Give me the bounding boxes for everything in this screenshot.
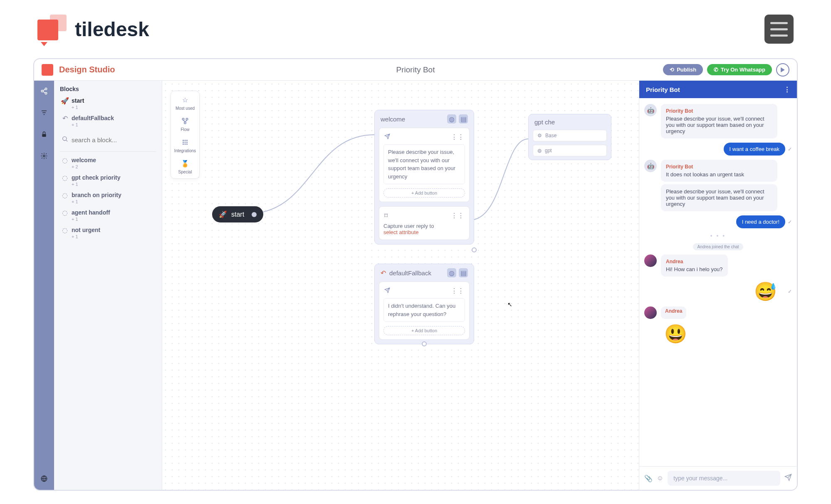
node-gpt-title: gpt che — [534, 119, 555, 126]
brand-logo — [37, 15, 67, 44]
svg-rect-3 — [42, 134, 46, 137]
output-port[interactable] — [252, 212, 257, 217]
block-item-branch-on-priority[interactable]: ◌branch on priority + 1 — [60, 189, 156, 207]
add-button[interactable]: + Add button — [383, 188, 465, 198]
bot-avatar: 🤖 — [644, 104, 657, 116]
block-item-default-fallback[interactable]: ↶defaultFallback + 1 — [60, 112, 156, 130]
refresh-icon: ⟲ — [670, 67, 674, 73]
globe-icon[interactable]: ◍ — [447, 268, 456, 277]
svg-point-12 — [186, 140, 188, 141]
whatsapp-icon: ✆ — [714, 67, 718, 73]
tool-special[interactable]: 🏅 Special — [178, 159, 192, 174]
svg-point-7 — [182, 118, 184, 120]
chat-text-input[interactable]: type your message... — [668, 471, 780, 486]
node-welcome-title: welcome — [381, 116, 405, 123]
brand: tiledesk — [37, 15, 149, 44]
studio-title: Design Studio — [59, 65, 115, 74]
output-port[interactable] — [472, 247, 477, 252]
doc-icon[interactable]: ▤ — [459, 114, 468, 124]
share-icon[interactable] — [39, 86, 49, 96]
node-start[interactable]: 🚀 start — [212, 206, 263, 222]
svg-point-15 — [186, 142, 188, 143]
typing-dots: • • • — [710, 232, 726, 239]
node-welcome[interactable]: welcome ◍ ▤ ⋮⋮ Please describe your issu… — [374, 110, 474, 245]
tool-most-used[interactable]: ☆ Most used — [176, 95, 195, 111]
cursor-pointer: ↖ — [507, 301, 512, 308]
block-item-start[interactable]: 🚀start + 1 — [60, 95, 156, 112]
user-message: I need a doctor! — [736, 215, 785, 228]
lock-icon[interactable] — [39, 129, 49, 140]
medal-icon: 🏅 — [181, 159, 190, 168]
star-icon: ☆ — [181, 95, 190, 104]
attachment-icon[interactable]: 📎 — [644, 474, 653, 482]
svg-point-18 — [186, 143, 188, 145]
studio-logo-small — [42, 64, 53, 76]
block-search[interactable] — [60, 132, 156, 147]
side-rail — [34, 81, 54, 490]
block-item-agent-handoff[interactable]: ◌agent handoff + 1 — [60, 207, 156, 224]
send-icon — [384, 133, 390, 141]
globe-small-icon: ◌ — [62, 227, 68, 233]
whatsapp-label: Try On Whatsapp — [721, 67, 765, 73]
bot-message: Please describe your issue, we'll connec… — [661, 184, 777, 211]
node-default-fallback[interactable]: ↶ defaultFallback ◍ ▤ ⋮⋮ I didn't unders… — [374, 264, 474, 344]
brand-bar: tiledesk — [0, 0, 831, 58]
blocks-title: Blocks — [60, 86, 156, 92]
brand-name: tiledesk — [75, 18, 149, 41]
try-whatsapp-button[interactable]: ✆ Try On Whatsapp — [707, 64, 772, 75]
node-welcome-message: Please describe your issue, we'll connec… — [383, 144, 465, 184]
hamburger-menu[interactable] — [764, 15, 794, 44]
bot-name: Priority Bot — [396, 65, 435, 74]
bot-message: Priority Bot Please describe your issue,… — [661, 104, 777, 138]
tool-integrations[interactable]: Integrations — [174, 138, 196, 153]
chip-icon: ◍ — [537, 148, 542, 153]
publish-button[interactable]: ⟲ Publish — [663, 64, 703, 75]
studio-frame: Design Studio Priority Bot ⟲ Publish ✆ T… — [33, 58, 798, 491]
system-message: Andrea joined the chat — [693, 243, 743, 250]
globe-small-icon: ◌ — [62, 157, 68, 163]
svg-point-16 — [183, 143, 184, 145]
block-search-input[interactable] — [72, 136, 154, 143]
svg-point-4 — [43, 155, 45, 157]
agent-avatar — [644, 306, 657, 319]
chat-panel: Priority Bot ⋮ 🤖 Priority Bot Please des… — [639, 81, 797, 490]
agent-avatar — [644, 254, 657, 267]
drag-icon[interactable]: ⋮⋮ — [451, 287, 464, 295]
add-button[interactable]: + Add button — [383, 326, 465, 335]
chat-header: Priority Bot ⋮ — [639, 81, 797, 98]
doc-icon[interactable]: ▤ — [459, 268, 468, 277]
globe-icon[interactable] — [39, 473, 49, 484]
chat-title: Priority Bot — [646, 86, 680, 93]
play-button[interactable] — [776, 63, 789, 77]
rocket-icon: 🚀 — [62, 97, 68, 104]
grid-icon — [181, 138, 190, 147]
blocks-panel: Blocks 🚀start + 1 ↶defaultFallback + 1 ◌… — [54, 81, 162, 490]
send-icon[interactable] — [784, 474, 792, 483]
send-icon — [384, 287, 390, 295]
drag-icon[interactable]: ⋮⋮ — [451, 212, 464, 220]
emoji-icon[interactable]: ☺ — [657, 474, 663, 482]
output-port[interactable] — [422, 341, 427, 346]
gear-icon[interactable] — [39, 151, 49, 161]
emoji-reaction: 😃 — [644, 323, 792, 345]
block-item-welcome[interactable]: ◌welcome + 2 — [60, 154, 156, 172]
chat-body[interactable]: 🤖 Priority Bot Please describe your issu… — [639, 98, 797, 466]
more-icon[interactable]: ⋮ — [784, 86, 790, 93]
svg-point-11 — [184, 140, 185, 141]
node-fallback-title: defaultFallback — [389, 269, 431, 277]
studio-header: Design Studio Priority Bot ⟲ Publish ✆ T… — [34, 59, 797, 81]
block-item-not-urgent[interactable]: ◌not urgent + 1 — [60, 224, 156, 242]
svg-point-2 — [45, 92, 47, 94]
globe-small-icon: ◌ — [62, 192, 68, 198]
globe-icon[interactable]: ◍ — [447, 114, 456, 124]
svg-point-6 — [63, 137, 67, 141]
drag-icon[interactable]: ⋮⋮ — [451, 133, 464, 141]
bot-message: Priority Bot It does not lookas an urgen… — [661, 160, 777, 182]
tool-flow[interactable]: Flow — [181, 116, 190, 132]
block-item-gpt-check-priority[interactable]: ◌gpt check priority + 1 — [60, 172, 156, 189]
canvas[interactable]: ☆ Most used Flow Integrations 🏅 — [162, 81, 639, 490]
filter-icon[interactable] — [39, 107, 49, 118]
svg-point-10 — [183, 140, 184, 141]
node-gpt-check[interactable]: gpt che ⚙Base ◍gpt — [528, 114, 611, 160]
user-message: I want a coffee break — [724, 143, 785, 156]
